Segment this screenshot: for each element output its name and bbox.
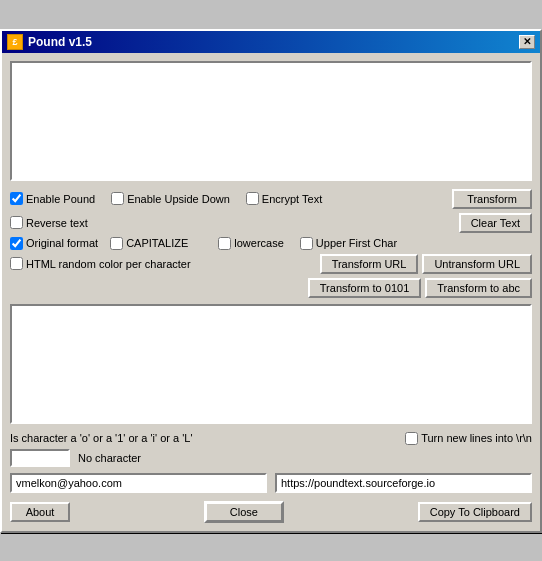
row-transform-buttons: Transform to 0101 Transform to abc [10, 278, 532, 298]
row-options-4: HTML random color per character Transfor… [10, 254, 532, 274]
no-character-label: No character [78, 452, 141, 464]
turn-new-lines-checkbox[interactable]: Turn new lines into \r\n [405, 432, 532, 445]
content-area: Enable Pound Enable Upside Down Encrypt … [2, 53, 540, 531]
top-textarea[interactable] [10, 61, 532, 181]
transform-url-button[interactable]: Transform URL [320, 254, 419, 274]
url-input[interactable] [275, 473, 532, 493]
url-buttons: Transform URL Untransform URL [320, 254, 532, 274]
row-options-3: Original format CAPITALIZE lowercase Upp… [10, 237, 532, 250]
html-random-color-checkbox[interactable]: HTML random color per character [10, 257, 191, 270]
row-options-2: Reverse text Clear Text [10, 213, 532, 233]
char-section: Is character a 'o' or a '1' or a 'i' or … [10, 432, 532, 445]
email-input[interactable] [10, 473, 267, 493]
title-bar: £ Pound v1.5 ✕ [2, 31, 540, 53]
app-icon: £ [7, 34, 23, 50]
window-title: Pound v1.5 [28, 35, 92, 49]
transform-group-buttons: Transform to 0101 Transform to abc [308, 278, 532, 298]
original-format-checkbox[interactable]: Original format [10, 237, 98, 250]
char-input-row: No character [10, 449, 532, 467]
title-bar-left: £ Pound v1.5 [7, 34, 92, 50]
url-inputs-row [10, 473, 532, 493]
main-window: £ Pound v1.5 ✕ Enable Pound Enable Upsid… [0, 29, 542, 533]
is-character-label: Is character a 'o' or a '1' or a 'i' or … [10, 432, 193, 444]
about-button[interactable]: About [10, 502, 70, 522]
char-section-left: Is character a 'o' or a '1' or a 'i' or … [10, 432, 193, 444]
enable-pound-checkbox[interactable]: Enable Pound [10, 192, 95, 205]
enable-upside-down-checkbox[interactable]: Enable Upside Down [111, 192, 230, 205]
copy-to-clipboard-button[interactable]: Copy To Clipboard [418, 502, 532, 522]
transform-to-abc-button[interactable]: Transform to abc [425, 278, 532, 298]
transform-button[interactable]: Transform [452, 189, 532, 209]
reverse-text-checkbox[interactable]: Reverse text [10, 216, 88, 229]
capitalize-checkbox[interactable]: CAPITALIZE [110, 237, 188, 250]
bottom-buttons: About Close Copy To Clipboard [10, 501, 532, 523]
lowercase-checkbox[interactable]: lowercase [218, 237, 284, 250]
clear-text-button[interactable]: Clear Text [459, 213, 532, 233]
untransform-url-button[interactable]: Untransform URL [422, 254, 532, 274]
close-button[interactable]: Close [204, 501, 284, 523]
bottom-textarea[interactable] [10, 304, 532, 424]
encrypt-text-checkbox[interactable]: Encrypt Text [246, 192, 322, 205]
upper-first-char-checkbox[interactable]: Upper First Char [300, 237, 397, 250]
row-options-1: Enable Pound Enable Upside Down Encrypt … [10, 189, 532, 209]
window-close-button[interactable]: ✕ [519, 35, 535, 49]
transform-to-0101-button[interactable]: Transform to 0101 [308, 278, 421, 298]
char-section-right: Turn new lines into \r\n [405, 432, 532, 445]
char-input[interactable] [10, 449, 70, 467]
